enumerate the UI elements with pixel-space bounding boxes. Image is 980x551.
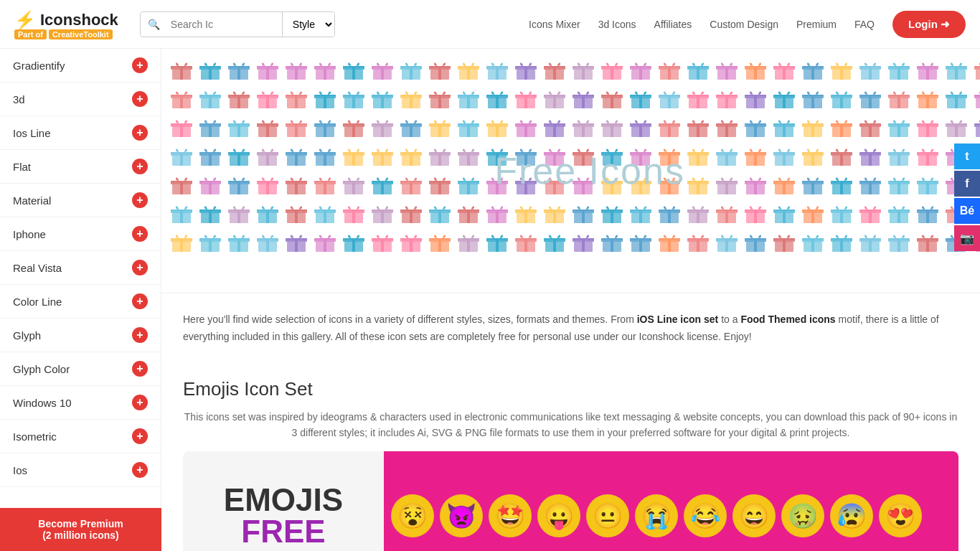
gift-icon[interactable]: [312, 199, 338, 225]
sidebar-add-color-line[interactable]: +: [132, 293, 148, 309]
gift-icon[interactable]: [570, 56, 596, 82]
gift-icon[interactable]: [484, 85, 510, 110]
gift-icon[interactable]: [255, 199, 281, 225]
gift-icon[interactable]: [771, 142, 797, 168]
sidebar-item-3d[interactable]: 3d +: [0, 83, 161, 116]
gift-icon[interactable]: [685, 142, 711, 168]
gift-icon[interactable]: [169, 56, 194, 82]
gift-icon[interactable]: [341, 171, 367, 197]
gift-icon[interactable]: [312, 113, 338, 139]
gift-icon[interactable]: [771, 199, 797, 225]
gift-icon[interactable]: [886, 56, 912, 82]
gift-icon[interactable]: [743, 85, 768, 110]
gift-icon[interactable]: [197, 142, 223, 168]
style-select[interactable]: Style: [282, 12, 334, 37]
gift-icon[interactable]: [169, 142, 194, 168]
gift-icon[interactable]: [599, 56, 625, 82]
gift-icon[interactable]: [599, 171, 625, 197]
gift-icon[interactable]: [255, 171, 281, 197]
gift-icon[interactable]: [542, 199, 567, 225]
gift-icon[interactable]: [886, 113, 912, 139]
gift-icon[interactable]: [283, 199, 309, 225]
nav-faq[interactable]: FAQ: [854, 19, 875, 30]
gift-icon[interactable]: [656, 228, 682, 254]
premium-button[interactable]: Become Premium(2 million icons): [0, 508, 161, 551]
gift-icon[interactable]: [972, 85, 980, 110]
gift-icon[interactable]: [226, 199, 252, 225]
gift-icon[interactable]: [599, 199, 625, 225]
gift-icon[interactable]: [743, 199, 768, 225]
emoji-face[interactable]: 👿: [440, 494, 483, 537]
gift-icon[interactable]: [628, 171, 654, 197]
gift-icon[interactable]: [943, 113, 969, 139]
sidebar-add-windows-10[interactable]: +: [132, 395, 148, 410]
gift-icon[interactable]: [915, 142, 941, 168]
gift-icon[interactable]: [829, 56, 854, 82]
gift-icon[interactable]: [312, 56, 338, 82]
gift-icon[interactable]: [226, 85, 252, 110]
emoji-face[interactable]: 🤩: [489, 494, 532, 537]
gift-icon[interactable]: [484, 142, 510, 168]
gift-icon[interactable]: [484, 199, 510, 225]
gift-icon[interactable]: [628, 142, 654, 168]
gift-icon[interactable]: [542, 142, 567, 168]
gift-icon[interactable]: [915, 56, 941, 82]
gift-icon[interactable]: [369, 85, 395, 110]
sidebar-add-iphone[interactable]: +: [132, 226, 148, 242]
gift-icon[interactable]: [456, 56, 481, 82]
gift-icon[interactable]: [513, 171, 539, 197]
gift-icon[interactable]: [771, 56, 797, 82]
gift-icon[interactable]: [226, 56, 252, 82]
gift-icon[interactable]: [283, 142, 309, 168]
gift-icon[interactable]: [369, 171, 395, 197]
gift-icon[interactable]: [915, 171, 941, 197]
gift-icon[interactable]: [656, 56, 682, 82]
gift-icon[interactable]: [800, 199, 826, 225]
gift-icon[interactable]: [714, 142, 740, 168]
gift-icon[interactable]: [829, 228, 854, 254]
gift-icon[interactable]: [886, 171, 912, 197]
gift-icon[interactable]: [857, 199, 883, 225]
gift-icon[interactable]: [886, 142, 912, 168]
gift-icon[interactable]: [829, 85, 854, 110]
nav-3d-icons[interactable]: 3d Icons: [598, 19, 636, 30]
gift-icon[interactable]: [255, 228, 281, 254]
sidebar-item-material[interactable]: Material +: [0, 184, 161, 217]
gift-icon[interactable]: [714, 228, 740, 254]
gift-icon[interactable]: [915, 199, 941, 225]
gift-icon[interactable]: [800, 228, 826, 254]
gift-icon[interactable]: [255, 85, 281, 110]
gift-icon[interactable]: [398, 199, 424, 225]
facebook-button[interactable]: f: [954, 171, 980, 197]
gift-icon[interactable]: [800, 113, 826, 139]
gift-icon[interactable]: [685, 85, 711, 110]
gift-icon[interactable]: [341, 228, 367, 254]
gift-icon[interactable]: [570, 142, 596, 168]
gift-icon[interactable]: [341, 85, 367, 110]
gift-icon[interactable]: [369, 56, 395, 82]
gift-icon[interactable]: [886, 199, 912, 225]
gift-icon[interactable]: [542, 113, 567, 139]
gift-icon[interactable]: [714, 113, 740, 139]
emoji-face[interactable]: 😐: [586, 494, 629, 537]
gift-icon[interactable]: [628, 228, 654, 254]
gift-icon[interactable]: [570, 85, 596, 110]
sidebar-item-glyph-color[interactable]: Glyph Color +: [0, 352, 161, 386]
desc-link-food[interactable]: Food Themed icons: [740, 314, 835, 325]
gift-icon[interactable]: [656, 113, 682, 139]
gift-icon[interactable]: [456, 113, 481, 139]
gift-icon[interactable]: [570, 113, 596, 139]
gift-icon[interactable]: [226, 113, 252, 139]
sidebar-add-ios[interactable]: +: [132, 462, 148, 478]
gift-icon[interactable]: [685, 113, 711, 139]
gift-icon[interactable]: [484, 171, 510, 197]
instagram-button[interactable]: 📷: [954, 225, 980, 251]
gift-icon[interactable]: [943, 56, 969, 82]
sidebar-item-iphone[interactable]: Iphone +: [0, 217, 161, 251]
gift-icon[interactable]: [542, 56, 567, 82]
gift-icon[interactable]: [226, 228, 252, 254]
gift-icon[interactable]: [685, 171, 711, 197]
gift-icon[interactable]: [456, 199, 481, 225]
gift-icon[interactable]: [656, 142, 682, 168]
emoji-face[interactable]: 😄: [732, 494, 776, 537]
